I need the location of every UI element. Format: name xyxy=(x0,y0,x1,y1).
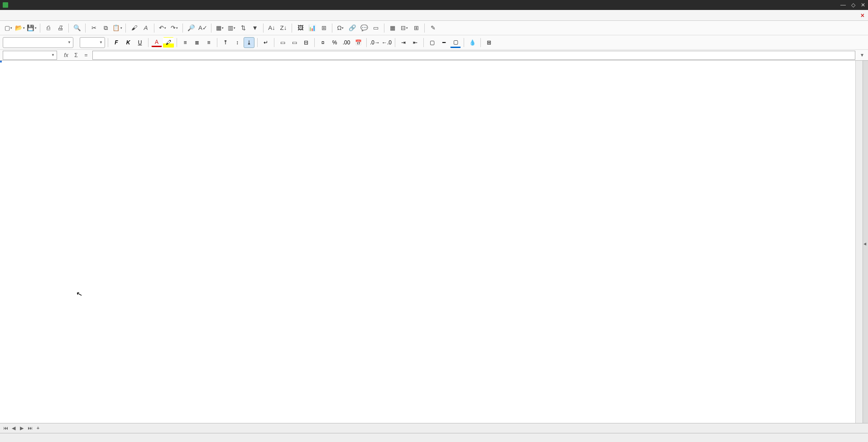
open-button[interactable]: 📂 xyxy=(14,23,25,34)
chart-button[interactable]: 📊 xyxy=(307,23,317,34)
bold-button[interactable]: F xyxy=(111,37,122,48)
add-decimal-button[interactable]: .0→ xyxy=(369,37,380,48)
italic-button[interactable]: K xyxy=(123,37,134,48)
merge-cells-button[interactable]: ▭ xyxy=(277,37,288,48)
font-size-combo[interactable]: ▼ xyxy=(80,37,105,48)
font-color-button[interactable]: A xyxy=(151,38,162,47)
close-button[interactable]: ✕ xyxy=(860,2,866,8)
name-box[interactable]: ▼ xyxy=(3,51,57,60)
increase-indent-button[interactable]: ⇥ xyxy=(398,37,409,48)
cell-reference-input[interactable] xyxy=(5,52,51,59)
align-right-button[interactable]: ≡ xyxy=(203,37,214,48)
percent-button[interactable]: % xyxy=(329,37,340,48)
tab-prev-icon[interactable]: ◀ xyxy=(10,425,17,431)
redo-button[interactable]: ↷ xyxy=(169,23,180,34)
highlight-button[interactable]: 🖍 xyxy=(163,37,174,48)
export-pdf-button[interactable]: ⎙ xyxy=(43,23,54,34)
borders-button[interactable]: ▢ xyxy=(427,37,437,48)
sum-icon[interactable]: Σ xyxy=(72,52,81,58)
split-window-button[interactable]: ⊞ xyxy=(411,23,422,34)
cut-button[interactable]: ✂ xyxy=(88,23,99,34)
paste-button[interactable]: 📋 xyxy=(112,23,123,34)
sort-asc-button[interactable]: A↓ xyxy=(266,23,277,34)
tab-last-icon[interactable]: ⏭ xyxy=(26,425,34,431)
border-color-button[interactable]: ▢ xyxy=(450,37,461,48)
clone-format-button[interactable]: 🖌 xyxy=(129,23,139,34)
align-top-button[interactable]: ⤒ xyxy=(220,37,231,48)
currency-button[interactable]: ¤ xyxy=(317,37,328,48)
function-wizard-icon[interactable]: fx xyxy=(62,52,71,58)
merge-center-button[interactable]: ▭ xyxy=(289,37,300,48)
chevron-down-icon[interactable]: ▼ xyxy=(67,40,71,44)
align-bottom-button[interactable]: ⤓ xyxy=(244,37,254,48)
menu-datei[interactable] xyxy=(3,14,10,17)
menu-extras[interactable] xyxy=(61,14,68,17)
spreadsheet-grid[interactable] xyxy=(0,61,855,423)
font-name-input[interactable] xyxy=(5,39,67,46)
add-sheet-icon[interactable]: + xyxy=(34,425,42,431)
menu-ansicht[interactable] xyxy=(17,14,24,17)
print-button[interactable]: 🖨 xyxy=(55,23,66,34)
sort-button[interactable]: ⇅ xyxy=(238,23,249,34)
decrease-indent-button[interactable]: ⇤ xyxy=(410,37,421,48)
align-left-button[interactable]: ≡ xyxy=(180,37,191,48)
conditional-button[interactable]: ⊞ xyxy=(484,37,494,48)
menu-einfuegen[interactable] xyxy=(24,14,32,17)
menu-daten[interactable] xyxy=(53,14,61,17)
pivot-button[interactable]: ⊞ xyxy=(318,23,329,34)
date-button[interactable]: 📅 xyxy=(353,37,364,48)
number-button[interactable]: .00 xyxy=(341,37,352,48)
undo-button[interactable]: ↶ xyxy=(157,23,168,34)
col-button[interactable]: ▥ xyxy=(226,23,237,34)
menu-fenster[interactable] xyxy=(68,14,75,17)
close-document-icon[interactable]: × xyxy=(861,12,864,19)
border-style-button[interactable]: ━ xyxy=(438,37,449,48)
comment-button[interactable]: 💬 xyxy=(359,23,369,34)
save-button[interactable]: 💾 xyxy=(26,23,37,34)
draw-functions-button[interactable]: ✎ xyxy=(427,23,438,34)
sidebar-toggle[interactable] xyxy=(863,61,868,423)
menu-formatvorlagen[interactable] xyxy=(39,14,46,17)
header-footer-button[interactable]: ▭ xyxy=(370,23,381,34)
font-name-combo[interactable]: ▼ xyxy=(3,37,73,48)
new-button[interactable]: ▢ xyxy=(3,23,14,34)
hyperlink-button[interactable]: 🔗 xyxy=(347,23,358,34)
spellcheck-button[interactable]: A✓ xyxy=(197,23,208,34)
formula-input-wrap xyxy=(92,51,855,60)
print-preview-button[interactable]: 🔍 xyxy=(72,23,82,34)
menu-hilfe[interactable] xyxy=(75,14,82,17)
define-print-area-button[interactable]: ▦ xyxy=(387,23,398,34)
font-size-input[interactable] xyxy=(82,39,99,46)
remove-decimal-button[interactable]: ←.0 xyxy=(381,37,392,48)
underline-button[interactable]: U xyxy=(134,37,145,48)
align-middle-button[interactable]: ↕ xyxy=(232,37,243,48)
vertical-scrollbar[interactable] xyxy=(855,61,863,423)
row-button[interactable]: ▦ xyxy=(214,23,225,34)
autofilter-button[interactable]: ▼ xyxy=(249,23,260,34)
find-button[interactable]: 🔎 xyxy=(186,23,197,34)
freeze-button[interactable]: ⊟ xyxy=(399,23,410,34)
cell-cursor xyxy=(0,61,2,62)
image-button[interactable]: 🖼 xyxy=(295,23,306,34)
wrap-text-button[interactable]: ↵ xyxy=(260,37,271,48)
menu-format[interactable] xyxy=(32,14,39,17)
special-char-button[interactable]: Ω xyxy=(335,23,346,34)
clear-format-button[interactable]: A xyxy=(140,23,151,34)
expand-formula-icon[interactable]: ▼ xyxy=(858,51,866,60)
formula-icon[interactable]: = xyxy=(82,52,91,58)
copy-button[interactable]: ⧉ xyxy=(100,23,111,34)
menu-tabelle[interactable] xyxy=(46,14,53,17)
tab-first-icon[interactable]: ⏮ xyxy=(2,425,9,431)
cell-style-button[interactable]: 💧 xyxy=(467,37,478,48)
menu-bearbeiten[interactable] xyxy=(10,14,17,17)
formula-input[interactable] xyxy=(93,51,855,59)
align-center-button[interactable]: ≣ xyxy=(192,37,202,48)
tab-next-icon[interactable]: ▶ xyxy=(18,425,25,431)
app-icon xyxy=(3,2,8,8)
chevron-down-icon[interactable]: ▼ xyxy=(99,40,103,44)
minimize-button[interactable]: — xyxy=(840,2,846,8)
chevron-down-icon[interactable]: ▼ xyxy=(51,53,55,57)
maximize-button[interactable]: ◇ xyxy=(850,2,856,8)
sort-desc-button[interactable]: Z↓ xyxy=(278,23,289,34)
unmerge-button[interactable]: ⊟ xyxy=(301,37,312,48)
